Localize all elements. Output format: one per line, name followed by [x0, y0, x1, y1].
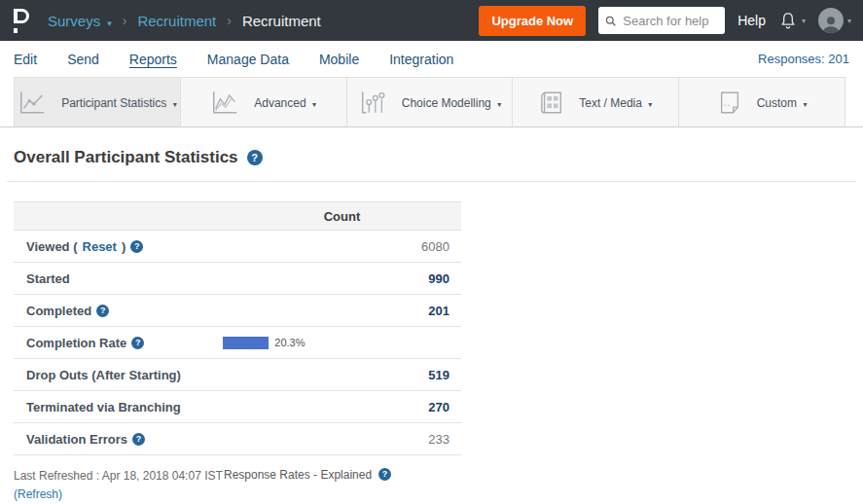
row-label: Validation Errors [26, 432, 127, 447]
avatar [818, 8, 844, 33]
tab-label: Text / Media [579, 96, 642, 110]
top-header: Surveys▾ › Recruitment › Recruitment Upg… [0, 0, 863, 41]
table-row-completed: Completed ? 201 [14, 295, 461, 327]
person-icon [820, 14, 842, 33]
tab-text-media[interactable]: Text / Media ▾ [512, 77, 678, 126]
chevron-down-icon: ▾ [803, 100, 807, 109]
page-title: Overall Participant Statistics [14, 148, 238, 167]
completion-rate-bar [223, 337, 269, 349]
bubble-chart-icon [358, 90, 387, 116]
chevron-down-icon: ▾ [107, 18, 112, 28]
tab-participant-statistics[interactable]: Participant Statistics ▾ [14, 77, 180, 126]
nav-item-manage-data[interactable]: Manage Data [207, 52, 289, 67]
chevron-down-icon: ▾ [497, 100, 501, 109]
title-divider [7, 181, 856, 182]
viewed-help-icon[interactable]: ? [130, 240, 143, 253]
tab-label: Participant Statistics [61, 96, 166, 110]
table-row-started: Started 990 [14, 263, 461, 295]
count-value[interactable]: 990 [223, 271, 461, 286]
breadcrumb-surveys-label: Surveys [48, 13, 100, 29]
response-rates-help-icon[interactable]: ? [378, 468, 391, 481]
chevron-right-icon: › [227, 13, 232, 28]
validation-errors-help-icon[interactable]: ? [132, 433, 145, 446]
chevron-down-icon: ▾ [802, 17, 806, 25]
row-label: Started [26, 271, 70, 286]
zigzag-chart-icon [210, 90, 239, 116]
logo-stem [14, 9, 18, 23]
nav-item-mobile[interactable]: Mobile [319, 52, 359, 67]
table-row-drop-outs: Drop Outs (After Starting) 519 [14, 359, 461, 391]
row-label: Completed [26, 304, 91, 318]
chevron-down-icon: ▾ [847, 17, 851, 25]
row-label: Completion Rate [26, 336, 126, 350]
completed-help-icon[interactable]: ? [96, 305, 109, 317]
count-value: 6080 [223, 239, 461, 254]
nav-item-integration[interactable]: Integration [389, 52, 453, 67]
count-value[interactable]: 519 [223, 368, 461, 382]
table-header-row: Count [14, 201, 461, 231]
breadcrumb-surveys-menu[interactable]: Surveys▾ [48, 13, 112, 29]
chevron-right-icon: › [123, 13, 127, 28]
survey-nav: Edit Send Reports Manage Data Mobile Int… [0, 41, 863, 77]
report-tabbar: Participant Statistics ▾ Advanced ▾ Ch [0, 77, 863, 127]
chevron-down-icon: ▾ [648, 100, 652, 109]
tab-label: Advanced [254, 96, 306, 110]
count-value[interactable]: 270 [223, 400, 461, 414]
participant-statistics-table: Count Viewed ( Reset ) ? 6080 Started 99… [14, 201, 461, 455]
title-help-icon[interactable]: ? [247, 150, 263, 165]
table-footer: Last Refreshed : Apr 18, 2018 04:07 IST … [14, 467, 849, 503]
count-value: 233 [223, 432, 461, 447]
questionpro-logo-icon[interactable] [14, 9, 32, 33]
tab-custom[interactable]: Custom ▾ [678, 77, 845, 126]
search-icon [605, 15, 616, 27]
account-menu-button[interactable]: ▾ [818, 8, 851, 33]
count-value[interactable]: 201 [223, 304, 461, 318]
nav-item-reports[interactable]: Reports [129, 52, 177, 67]
count-header-cell: Count [223, 209, 461, 224]
tab-choice-modelling[interactable]: Choice Modelling ▾ [346, 77, 513, 126]
nav-item-edit[interactable]: Edit [14, 52, 37, 67]
responses-count[interactable]: Responses: 201 [758, 52, 849, 66]
row-label-suffix: ) [122, 239, 126, 254]
table-row-viewed: Viewed ( Reset ) ? 6080 [14, 231, 461, 263]
last-refreshed-text: Last Refreshed : Apr 18, 2018 04:07 IST [14, 469, 223, 483]
tab-advanced[interactable]: Advanced ▾ [180, 77, 346, 126]
breadcrumb-current: Recruitment [242, 13, 321, 29]
chevron-down-icon: ▾ [312, 100, 316, 109]
newspaper-icon [539, 90, 564, 116]
table-row-terminated: Terminated via Branching 270 [14, 391, 461, 423]
tab-label: Custom [757, 96, 797, 110]
chevron-down-icon: ▾ [173, 100, 177, 109]
logo-dot [14, 28, 18, 33]
report-content: Overall Participant Statistics ? Count V… [0, 148, 863, 503]
breadcrumb: Surveys▾ › Recruitment › Recruitment [48, 13, 321, 29]
help-link[interactable]: Help [737, 13, 766, 28]
nav-item-send[interactable]: Send [67, 52, 99, 67]
row-label: Terminated via Branching [26, 400, 181, 414]
reset-link[interactable]: Reset [83, 239, 117, 254]
bell-icon [778, 11, 798, 30]
notifications-button[interactable]: ▾ [778, 11, 806, 30]
tab-label: Choice Modelling [402, 96, 491, 110]
help-search-box[interactable] [598, 7, 725, 34]
response-rates-label: Response Rates - Explained [224, 468, 372, 482]
completion-rate-help-icon[interactable]: ? [131, 337, 144, 349]
completion-rate-value: 20.3% [274, 337, 305, 348]
row-label: Viewed ( [26, 239, 78, 254]
breadcrumb-survey-link[interactable]: Recruitment [137, 13, 216, 29]
dashed-page-icon [717, 90, 742, 116]
line-chart-icon [18, 90, 47, 116]
refresh-link[interactable]: (Refresh) [14, 486, 62, 504]
search-input[interactable] [621, 13, 718, 29]
upgrade-now-button[interactable]: Upgrade Now [479, 6, 586, 36]
table-row-completion-rate: Completion Rate ? 20.3% [14, 327, 461, 359]
topbar-actions: Upgrade Now Help ▾ ▾ [479, 6, 851, 36]
table-row-validation-errors: Validation Errors ? 233 [14, 423, 461, 455]
row-label: Drop Outs (After Starting) [26, 368, 181, 382]
